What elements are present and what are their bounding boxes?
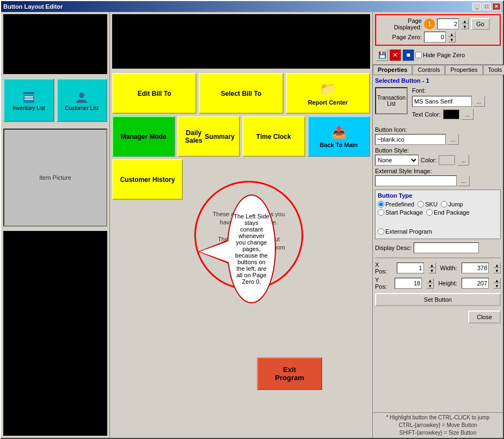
black-box-bottom-left xyxy=(3,231,107,436)
width-label: Width: xyxy=(440,265,458,271)
x-pos-input[interactable] xyxy=(397,263,424,273)
radio-jump[interactable]: Jump xyxy=(441,201,463,208)
edit-bill-to-button[interactable]: Edit Bill To xyxy=(112,73,196,114)
radio-end-package[interactable]: End Package xyxy=(426,209,469,216)
tab-properties-2[interactable]: Properties xyxy=(445,65,482,75)
y-spinner: ▲ ▼ xyxy=(426,278,434,289)
go-button[interactable]: Go xyxy=(471,18,490,30)
page-up-button[interactable]: ▲ xyxy=(461,19,469,24)
daily-sales-line1: Daily Sales xyxy=(183,129,205,144)
font-input[interactable] xyxy=(412,96,472,107)
radio-predefined[interactable]: Predefined xyxy=(378,201,414,208)
h-down-button[interactable]: ▼ xyxy=(493,283,501,289)
x-up-button[interactable]: ▲ xyxy=(428,263,436,268)
font-row: Font: xyxy=(412,87,485,94)
radio-sku[interactable]: SKU xyxy=(417,201,438,208)
black-box-top-left xyxy=(3,14,107,74)
maximize-button[interactable]: □ xyxy=(482,3,491,10)
hide-page-zero-checkbox[interactable] xyxy=(415,52,422,58)
zero-down-button[interactable]: ▼ xyxy=(448,37,456,42)
svg-rect-0 xyxy=(23,92,34,94)
tab-controls[interactable]: Controls xyxy=(413,65,445,75)
x-pos-label: X Pos: xyxy=(375,261,392,275)
close-window-button[interactable]: ✕ xyxy=(492,3,501,10)
manager-mode-button[interactable]: Manager Mode xyxy=(112,116,175,157)
select-bill-to-button[interactable]: Select Bill To xyxy=(199,73,283,114)
customer-history-button[interactable]: Customer History xyxy=(112,159,183,200)
button-style-label: Button Style: xyxy=(375,147,501,154)
zero-up-button[interactable]: ▲ xyxy=(448,32,456,37)
minimize-button[interactable]: _ xyxy=(472,3,481,10)
y-up-button[interactable]: ▲ xyxy=(426,278,434,283)
center-panel: Edit Bill To Select Bill To 📁 Report Cen… xyxy=(110,12,372,438)
button-style-select[interactable]: None xyxy=(375,155,419,166)
tab-tools[interactable]: Tools xyxy=(483,65,504,75)
radio-external[interactable]: External Program xyxy=(378,228,432,235)
report-icon: 📁 xyxy=(319,82,336,97)
save-toolbar-button[interactable]: 💾 xyxy=(376,49,388,61)
time-clock-button[interactable]: Time Clock xyxy=(242,116,305,157)
back-to-main-button[interactable]: 📤 Back To Main xyxy=(308,116,371,157)
button-row-1: Edit Bill To Select Bill To 📁 Report Cen… xyxy=(112,73,370,114)
text-color-row: Text Color: ... xyxy=(412,109,485,120)
w-down-button[interactable]: ▼ xyxy=(493,268,501,273)
y-pos-input[interactable] xyxy=(395,278,422,289)
blue-toolbar-button[interactable]: ■ xyxy=(402,49,414,61)
page-zero-label: Page Zero: xyxy=(378,34,422,40)
hint-text: * Highlight button the CTRL-CLICK to jum… xyxy=(373,412,503,438)
tab-properties-1[interactable]: Properties xyxy=(373,65,412,75)
pos-row-1: X Pos: ▲ ▼ Width: ▲ ▼ xyxy=(375,261,501,275)
ext-style-browse[interactable]: ... xyxy=(458,175,470,186)
black-box-top-center xyxy=(112,14,370,69)
h-up-button[interactable]: ▲ xyxy=(493,278,501,283)
left-btn-row-1: Inventory List Customer List xyxy=(3,78,107,122)
zero-spinner: ▲ ▼ xyxy=(448,32,456,42)
button-type-section: Button Type Predefined SKU Jump xyxy=(375,190,501,239)
ext-style-row: ... xyxy=(375,175,501,186)
inventory-label: Inventory List xyxy=(13,105,45,111)
ext-style-input[interactable] xyxy=(375,175,457,186)
exit-container: Exit Program xyxy=(257,353,322,394)
hint-line3: SHIFT-{arrowkey} = Size Button xyxy=(399,430,476,436)
position-section: X Pos: ▲ ▼ Width: ▲ ▼ xyxy=(375,258,501,290)
radio-row-2: Start Package End Package xyxy=(378,209,498,216)
customer-list-button[interactable]: Customer List xyxy=(57,78,108,122)
y-down-button[interactable]: ▼ xyxy=(426,283,434,289)
button-color-browse[interactable]: ... xyxy=(457,155,469,166)
set-button[interactable]: Set Button xyxy=(375,293,501,306)
page-displayed-input[interactable] xyxy=(437,19,459,29)
w-up-button[interactable]: ▲ xyxy=(493,263,501,268)
font-label: Font: xyxy=(412,87,426,94)
radio-start-package[interactable]: Start Package xyxy=(378,209,423,216)
titlebar: Button Layout Editor _ □ ✕ xyxy=(1,1,503,12)
delete-toolbar-button[interactable]: ✕ xyxy=(389,49,401,61)
item-picture-area: Item Picture xyxy=(3,129,107,227)
callout-text: The Left Side stays constant whenever yo… xyxy=(233,213,269,285)
exit-program-button[interactable]: Exit Program xyxy=(257,357,322,390)
page-zero-input[interactable] xyxy=(424,32,446,42)
button-icon-input[interactable] xyxy=(375,134,446,145)
width-input[interactable] xyxy=(462,263,489,273)
w-spinner: ▲ ▼ xyxy=(493,263,501,273)
height-input[interactable] xyxy=(462,278,489,289)
report-center-label: Report Center xyxy=(308,99,348,106)
ext-style-section: External Style Image: ... xyxy=(375,168,501,186)
font-browse-button[interactable]: ... xyxy=(473,96,485,107)
page-down-button[interactable]: ▼ xyxy=(461,24,469,29)
text-color-browse-button[interactable]: ... xyxy=(462,109,474,120)
x-down-button[interactable]: ▼ xyxy=(428,268,436,273)
report-center-button[interactable]: 📁 Report Center xyxy=(286,73,370,114)
daily-sales-summary-button[interactable]: Daily Sales Summary xyxy=(177,116,241,157)
hint-line1: * Highlight button the CTRL-CLICK to jum… xyxy=(386,414,489,420)
button-icon-browse[interactable]: ... xyxy=(447,134,459,145)
close-button[interactable]: Close xyxy=(468,310,501,324)
spacer xyxy=(378,217,498,228)
font-input-row: ... xyxy=(412,96,485,107)
display-desc-input[interactable] xyxy=(414,242,479,253)
main-window: Button Layout Editor _ □ ✕ xyxy=(0,0,504,439)
inventory-list-button[interactable]: Inventory List xyxy=(3,78,54,122)
button-color-swatch xyxy=(439,155,455,165)
h-spinner: ▲ ▼ xyxy=(493,278,501,289)
button-style-section: Button Style: None Color: ... xyxy=(375,147,501,166)
page-displayed-label: Page Displayed: xyxy=(378,17,422,31)
